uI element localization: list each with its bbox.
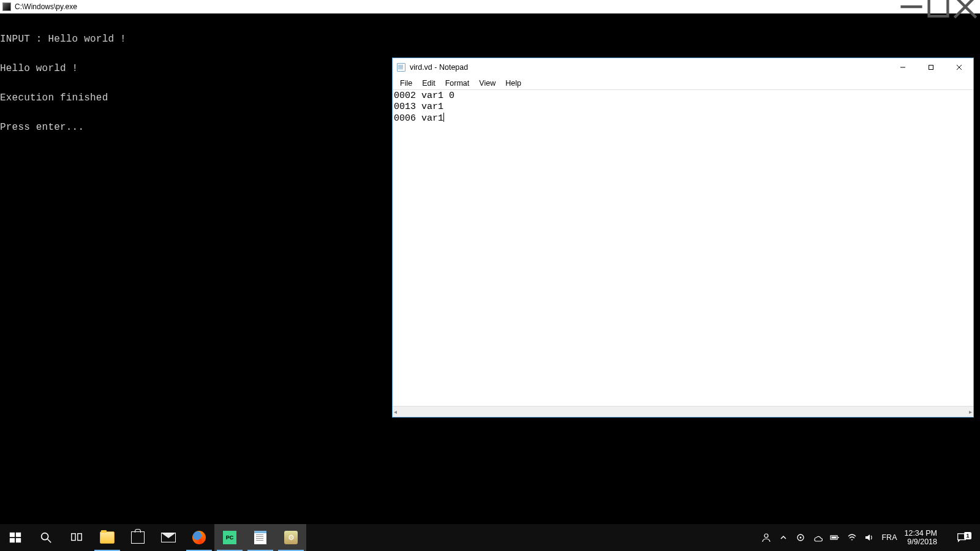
language-indicator[interactable]: FRA bbox=[881, 533, 897, 542]
maximize-button[interactable] bbox=[917, 58, 945, 77]
minimize-button[interactable] bbox=[889, 58, 917, 77]
horizontal-scrollbar[interactable]: ◂ ▸ bbox=[393, 406, 973, 417]
close-button[interactable] bbox=[945, 58, 973, 77]
close-button[interactable] bbox=[952, 1, 979, 13]
notepad-titlebar[interactable]: vird.vd - Notepad bbox=[393, 58, 973, 77]
system-tray: FRA 12:34 PM 9/9/2018 1 bbox=[756, 524, 980, 551]
notepad-content: 0002 var1 0 0013 var1 0006 var1 bbox=[394, 91, 454, 124]
scroll-left-icon[interactable]: ◂ bbox=[394, 408, 397, 415]
svg-rect-8 bbox=[10, 533, 15, 537]
pycharm-icon: PC bbox=[223, 531, 236, 544]
app-icon: ⚙ bbox=[284, 531, 298, 544]
menu-view[interactable]: View bbox=[474, 78, 500, 89]
console-icon bbox=[2, 2, 11, 11]
notepad-text-area[interactable]: 0002 var1 0 0013 var1 0006 var1 bbox=[393, 90, 973, 406]
maximize-button[interactable] bbox=[925, 1, 952, 13]
svg-rect-14 bbox=[72, 534, 75, 541]
svg-rect-21 bbox=[832, 537, 837, 539]
task-view-button[interactable] bbox=[61, 524, 92, 551]
console-line: INPUT : Hello world ! bbox=[0, 34, 980, 44]
notepad-menubar: File Edit Format View Help bbox=[393, 77, 973, 90]
notepad-icon bbox=[254, 531, 266, 544]
firefox-icon bbox=[192, 531, 206, 544]
taskbar-left: PC ⚙ bbox=[0, 524, 306, 551]
show-hidden-icons[interactable] bbox=[778, 533, 788, 542]
taskbar-file-explorer[interactable] bbox=[92, 524, 123, 551]
svg-rect-5 bbox=[929, 66, 933, 70]
notepad-title-text: vird.vd - Notepad bbox=[410, 63, 889, 72]
text-cursor bbox=[443, 113, 444, 122]
people-icon[interactable] bbox=[761, 533, 771, 542]
taskbar: PC ⚙ FRA 12:34 PM bbox=[0, 524, 980, 551]
svg-line-13 bbox=[48, 539, 51, 543]
svg-rect-20 bbox=[838, 537, 839, 538]
search-button[interactable] bbox=[31, 524, 61, 551]
taskbar-microsoft-store[interactable] bbox=[123, 524, 153, 551]
menu-help[interactable]: Help bbox=[500, 78, 526, 89]
location-icon[interactable] bbox=[796, 533, 805, 542]
menu-file[interactable]: File bbox=[395, 78, 417, 89]
taskbar-firefox[interactable] bbox=[184, 524, 214, 551]
console-title-text: C:\Windows\py.exe bbox=[15, 2, 898, 11]
taskbar-other-app[interactable]: ⚙ bbox=[276, 524, 306, 551]
onedrive-icon[interactable] bbox=[813, 533, 823, 542]
battery-icon[interactable] bbox=[830, 533, 840, 542]
task-view-icon bbox=[70, 531, 83, 544]
console-titlebar[interactable]: C:\Windows\py.exe bbox=[0, 0, 980, 13]
svg-rect-15 bbox=[78, 534, 81, 541]
scroll-right-icon[interactable]: ▸ bbox=[969, 408, 972, 415]
mail-icon bbox=[161, 533, 176, 542]
svg-rect-9 bbox=[16, 533, 21, 537]
clock-date: 9/9/2018 bbox=[904, 538, 937, 546]
menu-format[interactable]: Format bbox=[440, 78, 475, 89]
taskbar-notepad[interactable] bbox=[245, 524, 276, 551]
clock-time: 12:34 PM bbox=[904, 529, 937, 538]
svg-point-18 bbox=[800, 537, 802, 539]
search-icon bbox=[39, 531, 53, 544]
store-icon bbox=[131, 531, 145, 544]
svg-point-12 bbox=[42, 533, 48, 540]
wifi-icon[interactable] bbox=[847, 533, 857, 542]
start-button[interactable] bbox=[0, 524, 31, 551]
taskbar-spacer bbox=[306, 524, 756, 551]
svg-rect-10 bbox=[10, 538, 15, 542]
svg-rect-11 bbox=[16, 538, 21, 542]
taskbar-mail[interactable] bbox=[153, 524, 184, 551]
windows-logo-icon bbox=[9, 531, 22, 544]
menu-edit[interactable]: Edit bbox=[417, 78, 440, 89]
minimize-button[interactable] bbox=[898, 1, 925, 13]
svg-rect-1 bbox=[929, 0, 948, 16]
notepad-window[interactable]: vird.vd - Notepad File Edit Format View … bbox=[392, 58, 974, 418]
notification-count-badge: 1 bbox=[964, 532, 971, 539]
taskbar-pycharm[interactable]: PC bbox=[214, 524, 245, 551]
folder-icon bbox=[100, 531, 115, 544]
svg-point-16 bbox=[764, 534, 768, 538]
clock[interactable]: 12:34 PM 9/9/2018 bbox=[904, 529, 940, 546]
action-center-button[interactable]: 1 bbox=[947, 532, 976, 543]
notepad-icon bbox=[396, 62, 406, 72]
volume-icon[interactable] bbox=[864, 533, 874, 542]
